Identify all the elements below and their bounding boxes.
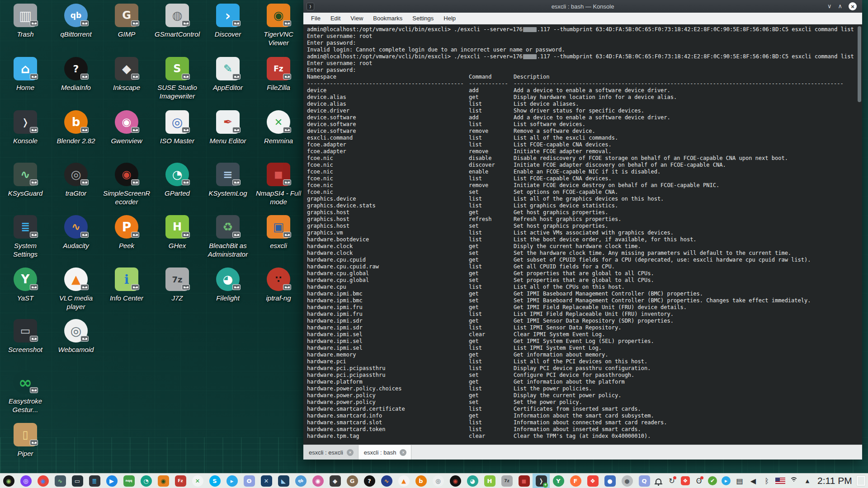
desktop-icon-gwenview[interactable]: ◉Gwenview — [101, 110, 152, 145]
network-wifi-icon[interactable] — [788, 475, 799, 486]
desktop-icon-appeditor[interactable]: ✎AppEditor — [203, 57, 253, 92]
taskbar-app-tor-browser[interactable]: ◎ — [17, 474, 34, 488]
menu-file[interactable]: File — [306, 15, 326, 22]
desktop-icon-info-center[interactable]: ℹInfo Center — [101, 267, 152, 302]
menu-bookmarks[interactable]: Bookmarks — [368, 15, 407, 22]
desktop-icon-j7z[interactable]: 7zJ7Z — [152, 267, 203, 302]
desktop-icon-screenshot[interactable]: ▭Screenshot — [0, 319, 51, 354]
taskbar-app-opensuse[interactable]: ◉ — [0, 474, 17, 488]
desktop-icon-webcamoid[interactable]: ◎Webcamoid — [51, 319, 101, 354]
tab-close-icon[interactable]: × — [400, 449, 406, 456]
taskbar-app-konsole[interactable]: ❭+ — [533, 474, 550, 488]
bluetooth-icon[interactable]: ᛒ — [761, 475, 772, 486]
desktop-icon-nmapsi4[interactable]: ◼NmapSI4 - Full mode — [253, 163, 304, 206]
keyboard-layout-us-icon[interactable] — [775, 475, 786, 486]
updates-icon[interactable]: ↻ — [666, 475, 677, 486]
taskbar-app-blender[interactable]: b — [412, 474, 429, 488]
taskbar-app-filezilla[interactable]: Fz — [172, 474, 189, 488]
telegram-tray-icon[interactable]: ▸ — [721, 475, 731, 486]
desktop-icon-gsmartcontrol[interactable]: ◍GSmartControl — [152, 4, 203, 38]
taskbar-app-gparted[interactable]: ◔ — [137, 474, 155, 488]
taskbar-app-tigervnc[interactable]: ◉ — [155, 474, 172, 488]
terminal-scrollbar[interactable] — [858, 26, 861, 102]
taskbar-app-anydesk[interactable]: ❖ — [584, 474, 601, 488]
taskbar-app-skype[interactable]: S — [206, 474, 223, 488]
desktop-icon-iso-master[interactable]: ◎ISO Master — [152, 110, 203, 145]
taskbar-clock[interactable]: 2:11 PM — [815, 475, 857, 486]
desktop-icon-menu-editor[interactable]: ✒Menu Editor — [203, 110, 253, 145]
taskbar-app-x-app[interactable]: ✕ — [258, 474, 275, 488]
desktop-icon-piper[interactable]: ▯Piper — [0, 423, 51, 458]
desktop-icon-easystroke[interactable]: ∞Easystroke Gestur... — [0, 371, 51, 414]
tab-close-icon[interactable]: × — [347, 449, 354, 456]
desktop-icon-bleachbit-admin[interactable]: ♻BleachBit as Administrator — [203, 215, 253, 258]
taskbar-app-gwenview[interactable]: ◉ — [309, 474, 326, 488]
taskbar-app-inkscape[interactable]: ◆ — [326, 474, 344, 488]
desktop-icon-ksystemlog[interactable]: ≡KSystemLog — [203, 163, 253, 197]
desktop-icon-filelight[interactable]: ◕Filelight — [203, 267, 253, 302]
anydesk-tray-icon[interactable]: ❖ — [680, 475, 691, 486]
taskbar-app-app-purple[interactable]: Q — [636, 474, 653, 488]
desktop-icon-trash[interactable]: ▥Trash — [0, 4, 51, 38]
close-button[interactable]: × — [849, 2, 857, 10]
taskbar-app-webcamoid[interactable]: ◎ — [429, 474, 447, 488]
taskbar-app-nmapsi4[interactable]: ◼ — [515, 474, 533, 488]
taskbar-app-firefox[interactable]: F — [567, 474, 584, 488]
desktop-icon-gparted[interactable]: ◔GParted — [152, 163, 203, 197]
desktop-icon-simplescreenrecorder[interactable]: ◉SimpleScreenRecorder — [101, 163, 152, 206]
desktop-icon-system-settings[interactable]: ≣System Settings — [0, 215, 51, 258]
notifications-icon[interactable] — [653, 475, 664, 486]
desktop-icon-qbittorrent[interactable]: qbqBittorrent — [51, 4, 101, 38]
window-titlebar[interactable]: ❭ esxcli : bash — Konsole ∨ ∧ × — [303, 0, 862, 13]
desktop-icon-filezilla[interactable]: FzFileZilla — [253, 57, 304, 92]
desktop-icon-yast[interactable]: YYaST — [0, 267, 51, 302]
desktop-icon-ksysguard[interactable]: ∿KSysGuard — [0, 163, 51, 197]
taskbar-app-app-blue[interactable]: ● — [601, 474, 618, 488]
taskbar-app-wireshark[interactable]: ◣ — [275, 474, 292, 488]
taskbar-app-simplescreenrecorder[interactable]: ◉ — [447, 474, 464, 488]
tab-esxcli-bash[interactable]: esxcli : bash× — [359, 445, 412, 460]
desktop-icon-mediainfo[interactable]: ?MediaInfo — [51, 57, 101, 92]
taskbar-app-chrome[interactable]: ◉ — [34, 474, 52, 488]
desktop-icon-tragtor[interactable]: ◎traGtor — [51, 163, 101, 197]
tab-esxcli-esxcli[interactable]: esxcli : esxcli× — [303, 445, 359, 460]
desktop-icon-tigervnc-viewer[interactable]: ◉TigerVNC Viewer — [253, 4, 304, 47]
desktop-icon-blender[interactable]: bBlender 2.82 — [51, 110, 101, 145]
tray-expand-icon[interactable]: ▲ — [802, 475, 813, 486]
desktop-icon-suse-studio-imagewriter[interactable]: SSUSE Studio Imagewriter — [152, 57, 203, 100]
desktop-icon-esxcli[interactable]: ▣esxcli — [253, 215, 304, 250]
taskbar-app-telegram[interactable]: ▸ — [223, 474, 241, 488]
taskbar-app-qbittorrent[interactable]: qb — [292, 474, 309, 488]
desktop-icon-inkscape[interactable]: ◆Inkscape — [101, 57, 152, 92]
taskbar-app-yast[interactable]: Y — [550, 474, 567, 488]
taskbar-app-discord[interactable]: ʘ — [241, 474, 258, 488]
menu-help[interactable]: Help — [439, 15, 461, 22]
menu-view[interactable]: View — [345, 15, 368, 22]
taskbar-app-system-settings[interactable]: ≣ — [86, 474, 103, 488]
taskbar-app-ghex[interactable]: H — [481, 474, 498, 488]
menu-settings[interactable]: Settings — [407, 15, 439, 22]
taskbar-app-app-gray[interactable]: ● — [618, 474, 636, 488]
taskbar-app-audacity[interactable]: ∿ — [378, 474, 395, 488]
desktop-icon-home[interactable]: ⌂Home — [0, 57, 51, 92]
taskbar-app-ksysguard[interactable]: ∿ — [52, 474, 69, 488]
desktop-icon-konsole[interactable]: ❭Konsole — [0, 110, 51, 145]
terminal-area[interactable]: admin@localhost:/opt/vmware/vcli/bin/esx… — [303, 24, 862, 445]
menu-edit[interactable]: Edit — [326, 15, 345, 22]
desktop-icon-audacity[interactable]: ∿Audacity — [51, 215, 101, 250]
taskbar-app-notepadqq[interactable]: nqq — [120, 474, 137, 488]
maximize-button[interactable]: ∧ — [838, 2, 842, 10]
taskbar-app-j7z[interactable]: 7z — [498, 474, 515, 488]
taskbar-app-remmina[interactable]: ✕ — [189, 474, 206, 488]
desktop-icon-remmina[interactable]: ✕Remmina — [253, 110, 304, 145]
audio-volume-icon[interactable]: ◀ — [748, 475, 759, 486]
taskbar-app-mediainfo[interactable]: ? — [361, 474, 378, 488]
clipboard-icon[interactable]: ▤ — [734, 475, 745, 486]
taskbar-app-vlc[interactable]: ▲ — [395, 474, 412, 488]
desktop-icon-discover[interactable]: ›Discover — [203, 4, 253, 38]
minimize-button[interactable]: ∨ — [827, 2, 832, 10]
desktop-icon-ghex[interactable]: HGHex — [152, 215, 203, 250]
taskbar-app-falkon[interactable]: ▶ — [103, 474, 120, 488]
show-desktop-button[interactable] — [857, 476, 865, 486]
desktop-icon-vlc[interactable]: ▲VLC media player — [51, 267, 101, 311]
